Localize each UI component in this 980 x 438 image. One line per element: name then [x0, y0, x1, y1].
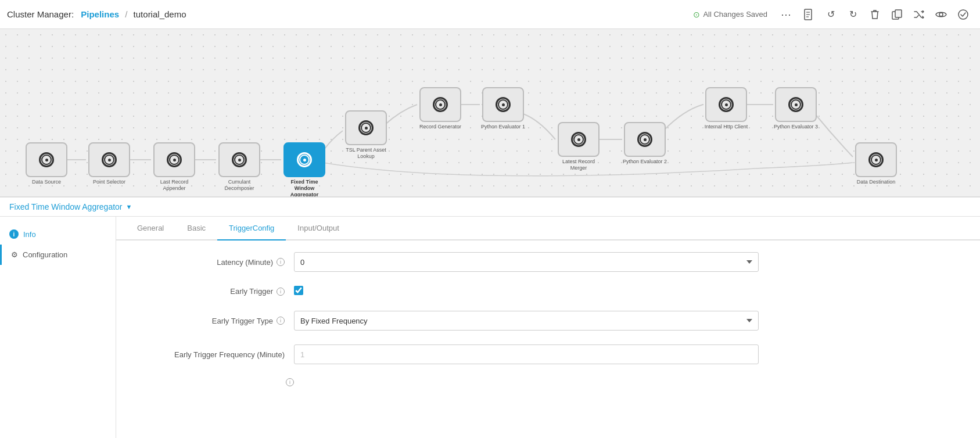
sidebar-item-configuration[interactable]: ⚙ Configuration	[0, 245, 116, 265]
breadcrumb: Cluster Manager: Pipelines / tutorial_de…	[7, 9, 186, 19]
node-label-last-record-appender: Last Record Appender	[151, 179, 198, 192]
latency-control: 0 1 2 5 10	[294, 252, 963, 272]
node-icon-fixed-time-window	[297, 152, 312, 167]
label-early-trigger: Early Trigger i	[134, 287, 285, 296]
pipeline-canvas[interactable]: Data Source Point Selector Last Record A…	[0, 29, 980, 198]
node-icon-python-eval-3	[788, 97, 803, 112]
copy-button[interactable]	[887, 5, 907, 24]
main-content: General Basic TriggerConfig Input/Output…	[116, 217, 980, 438]
node-internal-http-client[interactable]: Internal Http Client	[703, 87, 749, 130]
latency-info-icon[interactable]: i	[277, 258, 285, 266]
label-early-trigger-type: Early Trigger Type i	[134, 317, 285, 325]
latency-select-wrapper: 0 1 2 5 10	[294, 252, 759, 272]
document-button[interactable]	[799, 5, 819, 24]
pipeline-name: tutorial_demo	[134, 9, 186, 19]
app-header: Cluster Manager: Pipelines / tutorial_de…	[0, 0, 980, 29]
dropdown-arrow-icon[interactable]: ▼	[126, 203, 132, 210]
label-early-trigger-text: Early Trigger	[230, 287, 273, 296]
app-name: Cluster Manager:	[7, 9, 74, 19]
node-python-eval-2[interactable]: Python Evaluator 2	[622, 122, 668, 165]
label-early-trigger-type-text: Early Trigger Type	[212, 317, 273, 325]
node-icon-python-eval-2	[637, 132, 652, 147]
tab-basic[interactable]: Basic	[175, 217, 217, 240]
node-icon-last-record-appender	[167, 152, 182, 167]
left-sidebar: i Info ⚙ Configuration	[0, 217, 116, 438]
early-trigger-type-select-wrapper: By Fixed Frequency By Count By Time	[294, 311, 759, 331]
early-trigger-info-icon[interactable]: i	[277, 288, 285, 296]
more-button[interactable]: ⋯	[777, 5, 796, 24]
node-label-fixed-time-window: Fixed Time Window Aggregator	[281, 179, 328, 198]
early-trigger-type-info-icon[interactable]: i	[277, 317, 285, 325]
undo-button[interactable]: ↺	[821, 5, 841, 24]
node-icon-data-destination	[868, 152, 884, 167]
aggregator-title[interactable]: Fixed Time Window Aggregator	[9, 202, 123, 211]
shuffle-button[interactable]	[909, 5, 929, 24]
latency-select[interactable]: 0 1 2 5 10	[294, 252, 759, 272]
node-icon-record-generator	[433, 97, 448, 112]
svg-point-6	[939, 13, 943, 16]
form-row-latency: Latency (Minute) i 0 1 2 5 10	[134, 252, 963, 272]
node-cumulant-decomposer[interactable]: Cumulant Decomposer	[216, 142, 263, 192]
status-text: All Changes Saved	[703, 10, 767, 19]
early-trigger-checkbox[interactable]	[294, 286, 303, 295]
node-icon-point-selector	[102, 152, 117, 167]
sidebar-item-info[interactable]: i Info	[0, 224, 116, 245]
tabs-bar: General Basic TriggerConfig Input/Output	[116, 217, 980, 240]
node-point-selector[interactable]: Point Selector	[86, 142, 132, 185]
node-data-destination[interactable]: Data Destination	[853, 142, 899, 185]
form-row-early-trigger: Early Trigger i	[134, 286, 963, 297]
early-trigger-type-control: By Fixed Frequency By Count By Time	[294, 311, 963, 331]
node-label-internal-http-client: Internal Http Client	[705, 124, 748, 130]
node-label-python-eval-2: Python Evaluator 2	[623, 159, 667, 165]
node-last-record-appender[interactable]: Last Record Appender	[151, 142, 198, 192]
node-python-eval-1[interactable]: Python Evaluator 1	[480, 87, 526, 130]
form-row-early-trigger-frequency: Early Trigger Frequency (Minute)	[134, 344, 963, 364]
tab-input-output[interactable]: Input/Output	[286, 217, 351, 240]
tab-general[interactable]: General	[125, 217, 175, 240]
save-status: ⊙ All Changes Saved	[693, 10, 767, 19]
node-icon-latest-record-merger	[571, 132, 586, 147]
breadcrumb-separator: /	[125, 9, 127, 19]
node-icon-cumulant-decomposer	[232, 152, 247, 167]
node-icon-tsl-parent	[358, 120, 374, 135]
early-trigger-control	[294, 286, 963, 297]
early-trigger-type-select[interactable]: By Fixed Frequency By Count By Time	[294, 311, 759, 331]
preview-button[interactable]	[931, 5, 951, 24]
node-label-latest-record-merger: Latest Record Merger	[555, 159, 602, 171]
delete-button[interactable]	[865, 5, 885, 24]
node-record-generator[interactable]: Record Generator	[417, 87, 464, 130]
node-latest-record-merger[interactable]: Latest Record Merger	[555, 122, 602, 171]
aggregator-header: Fixed Time Window Aggregator ▼	[0, 198, 980, 217]
info-icon: i	[9, 229, 19, 239]
node-label-data-source: Data Source	[32, 179, 61, 185]
bottom-panel: Fixed Time Window Aggregator ▼ i Info ⚙ …	[0, 198, 980, 438]
label-latency: Latency (Minute) i	[134, 258, 285, 267]
sidebar-info-label: Info	[23, 230, 36, 239]
label-early-trigger-frequency-text: Early Trigger Frequency (Minute)	[174, 350, 285, 359]
content-area: i Info ⚙ Configuration General Basic Tri…	[0, 217, 980, 438]
validate-button[interactable]	[953, 5, 973, 24]
pipeline-nodes: Data Source Point Selector Last Record A…	[0, 29, 980, 196]
node-label-record-generator: Record Generator	[419, 124, 461, 130]
early-trigger-frequency-input[interactable]	[294, 344, 759, 364]
node-label-tsl-parent: TSL Parent Asset Lookup	[343, 147, 389, 160]
node-fixed-time-window[interactable]: Fixed Time Window Aggregator	[281, 142, 328, 198]
node-data-source[interactable]: Data Source	[23, 142, 70, 185]
node-label-data-destination: Data Destination	[857, 179, 896, 185]
node-icon-python-eval-1	[496, 97, 511, 112]
frequency-bottom-info-icon[interactable]: i	[286, 378, 294, 386]
label-early-trigger-frequency: Early Trigger Frequency (Minute)	[134, 350, 285, 359]
form-section: Latency (Minute) i 0 1 2 5 10	[116, 240, 980, 398]
svg-rect-5	[895, 10, 902, 17]
pipelines-link[interactable]: Pipelines	[81, 9, 119, 19]
node-tsl-parent[interactable]: TSL Parent Asset Lookup	[343, 110, 389, 160]
node-label-python-eval-1: Python Evaluator 1	[481, 124, 525, 130]
tab-trigger-config[interactable]: TriggerConfig	[217, 217, 286, 240]
node-label-cumulant-decomposer: Cumulant Decomposer	[216, 179, 263, 192]
svg-point-7	[959, 10, 968, 19]
node-label-python-eval-3: Python Evaluator 3	[774, 124, 818, 130]
node-label-point-selector: Point Selector	[93, 179, 125, 185]
node-python-eval-3[interactable]: Python Evaluator 3	[773, 87, 819, 130]
redo-button[interactable]: ↻	[843, 5, 863, 24]
toolbar: ⋯ ↺ ↻	[777, 5, 973, 24]
